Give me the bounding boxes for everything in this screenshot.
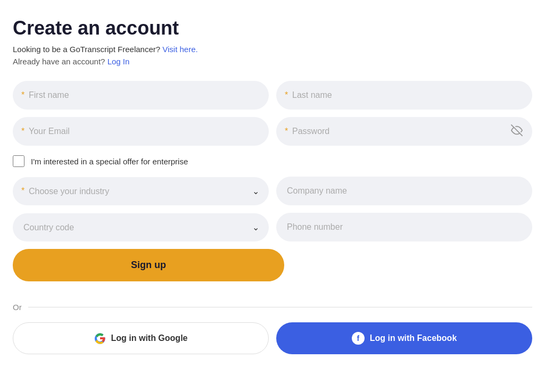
social-buttons: Log in with Google f Log in with Faceboo… [13, 322, 532, 354]
industry-wrapper: * Choose your industry Technology Financ… [13, 177, 269, 205]
subtitle-text: Looking to be a GoTranscript Freelancer? [13, 45, 160, 54]
country-phone-row: Country code +1 (US) +44 (UK) +61 (AU) ⌄ [13, 213, 532, 241]
country-select[interactable]: Country code +1 (US) +44 (UK) +61 (AU) [13, 213, 269, 241]
phone-wrapper [276, 213, 532, 241]
first-name-input[interactable] [13, 81, 269, 110]
industry-company-row: * Choose your industry Technology Financ… [13, 177, 532, 205]
name-row: * * [13, 81, 532, 110]
email-password-row: * * [13, 117, 532, 146]
freelancer-link[interactable]: Visit here. [162, 45, 197, 54]
subtitle: Looking to be a GoTranscript Freelancer?… [13, 45, 532, 54]
last-name-input[interactable] [276, 81, 532, 110]
phone-input[interactable] [276, 213, 532, 241]
email-input[interactable] [13, 117, 269, 146]
page-title: Create an account [13, 17, 532, 39]
password-wrapper: * [276, 117, 532, 146]
last-name-wrapper: * [276, 81, 532, 110]
google-icon [94, 332, 106, 344]
facebook-login-label: Log in with Facebook [370, 333, 457, 343]
google-login-button[interactable]: Log in with Google [13, 322, 269, 354]
or-label: Or [13, 303, 22, 312]
facebook-icon: f [352, 332, 365, 345]
country-wrapper: Country code +1 (US) +44 (UK) +61 (AU) ⌄ [13, 213, 269, 241]
enterprise-checkbox[interactable] [13, 155, 24, 167]
first-name-wrapper: * [13, 81, 269, 110]
facebook-login-button[interactable]: f Log in with Facebook [276, 322, 532, 354]
password-input[interactable] [276, 117, 532, 146]
email-wrapper: * [13, 117, 269, 146]
already-text: Already have an account? [13, 57, 105, 66]
signup-section: Sign up [13, 249, 284, 292]
signup-button[interactable]: Sign up [13, 249, 284, 281]
enterprise-label: I'm interested in a special offer for en… [31, 157, 188, 166]
company-wrapper [276, 177, 532, 205]
industry-select[interactable]: Choose your industry Technology Finance … [13, 177, 269, 205]
or-divider: Or [13, 303, 532, 312]
enterprise-checkbox-row: I'm interested in a special offer for en… [13, 153, 532, 169]
google-login-label: Log in with Google [111, 333, 188, 343]
login-link[interactable]: Log In [108, 57, 130, 66]
already-account: Already have an account? Log In [13, 57, 532, 66]
toggle-password-icon[interactable] [511, 124, 523, 139]
company-input[interactable] [276, 177, 532, 205]
